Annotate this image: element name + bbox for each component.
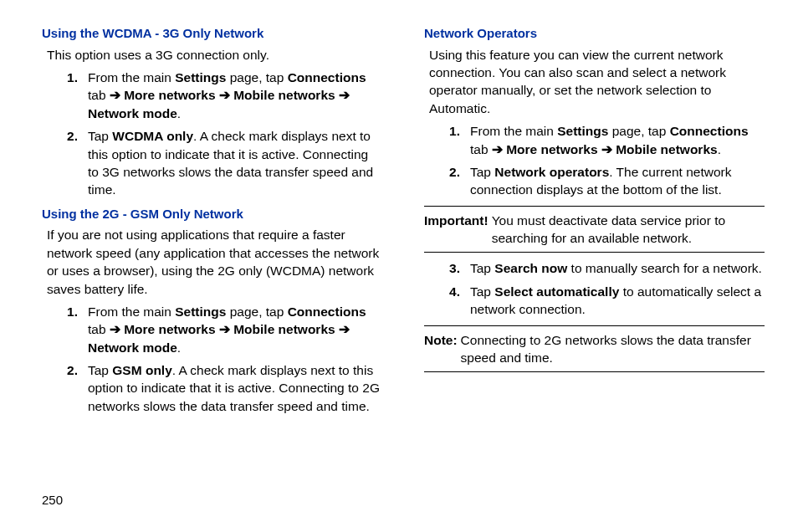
- t: page, tap: [226, 304, 287, 319]
- t: Network operators: [494, 165, 609, 179]
- t: Tap: [470, 165, 494, 179]
- steps-netop-1: From the main Settings page, tap Connect…: [424, 122, 765, 199]
- intro-gsm: If you are not using applications that r…: [47, 226, 382, 298]
- note-block: Note: Connecting to 2G networks slows th…: [424, 325, 765, 373]
- t: Connections: [670, 124, 749, 138]
- t: From the main: [88, 70, 175, 84]
- t: .: [177, 106, 181, 120]
- arrow-icon: ➔: [216, 322, 234, 336]
- t: Settings: [175, 304, 226, 319]
- t: Tap: [88, 363, 112, 377]
- arrow-icon: ➔: [335, 88, 350, 102]
- steps-gsm: From the main Settings page, tap Connect…: [42, 303, 382, 415]
- step: Tap GSM only. A check mark displays next…: [42, 361, 382, 415]
- arrow-icon: ➔: [492, 142, 506, 156]
- page-columns: Using the WCDMA - 3G Only Network This o…: [0, 0, 798, 422]
- t: WCDMA only: [112, 129, 193, 143]
- arrow-icon: ➔: [598, 142, 616, 156]
- arrow-icon: ➔: [110, 322, 124, 336]
- page-number: 250: [42, 493, 63, 507]
- t: page, tap: [608, 124, 669, 138]
- steps-netop-2: Tap Search now to manually search for a …: [424, 259, 765, 318]
- important-label: Important!: [424, 212, 489, 248]
- t: More networks: [506, 142, 597, 156]
- note-label: Note:: [424, 331, 458, 367]
- t: More networks: [124, 88, 215, 102]
- step: Tap Network operators. The current netwo…: [424, 163, 765, 199]
- intro-netop: Using this feature you can view the curr…: [429, 46, 765, 118]
- t: Tap: [470, 261, 494, 275]
- t: Tap: [88, 129, 112, 143]
- t: Select automatically: [494, 284, 619, 299]
- heading-gsm: Using the 2G - GSM Only Network: [42, 206, 382, 223]
- t: page, tap: [226, 70, 287, 84]
- left-column: Using the WCDMA - 3G Only Network This o…: [42, 25, 403, 422]
- t: Mobile networks: [616, 142, 717, 156]
- arrow-icon: ➔: [110, 88, 124, 102]
- t: From the main: [88, 304, 175, 319]
- t: to manually search for a network.: [567, 261, 762, 275]
- t: Connections: [288, 70, 366, 84]
- note-text: Connecting to 2G networks slows the data…: [461, 331, 765, 367]
- heading-netop: Network Operators: [424, 25, 765, 43]
- step: Tap WCDMA only. A check mark displays ne…: [42, 127, 382, 199]
- t: Network mode: [88, 340, 177, 355]
- t: Search now: [494, 261, 567, 275]
- step: Tap Search now to manually search for a …: [424, 259, 765, 277]
- t: More networks: [124, 322, 215, 336]
- t: .: [177, 340, 181, 355]
- important-text: You must deactivate data service prior t…: [492, 212, 765, 248]
- t: GSM only: [112, 363, 171, 377]
- t: Settings: [557, 124, 608, 138]
- t: tab: [88, 322, 110, 336]
- t: Tap: [470, 284, 494, 299]
- steps-wcdma: From the main Settings page, tap Connect…: [42, 69, 382, 199]
- step: From the main Settings page, tap Connect…: [42, 303, 382, 356]
- arrow-icon: ➔: [335, 322, 350, 336]
- t: From the main: [470, 124, 557, 138]
- t: tab: [470, 142, 492, 156]
- t: Network mode: [88, 106, 177, 120]
- arrow-icon: ➔: [216, 88, 234, 102]
- t: Mobile networks: [233, 88, 335, 102]
- step: From the main Settings page, tap Connect…: [42, 69, 382, 122]
- important-block: Important! You must deactivate data serv…: [424, 206, 765, 253]
- t: Settings: [175, 70, 226, 84]
- right-column: Network Operators Using this feature you…: [403, 25, 765, 422]
- t: Mobile networks: [233, 322, 335, 336]
- t: Connections: [288, 304, 366, 319]
- t: .: [718, 142, 721, 156]
- heading-wcdma: Using the WCDMA - 3G Only Network: [42, 25, 382, 43]
- step: Tap Select automatically to automaticall…: [424, 283, 765, 319]
- step: From the main Settings page, tap Connect…: [424, 122, 765, 158]
- t: tab: [88, 88, 110, 102]
- intro-wcdma: This option uses a 3G connection only.: [47, 46, 382, 64]
